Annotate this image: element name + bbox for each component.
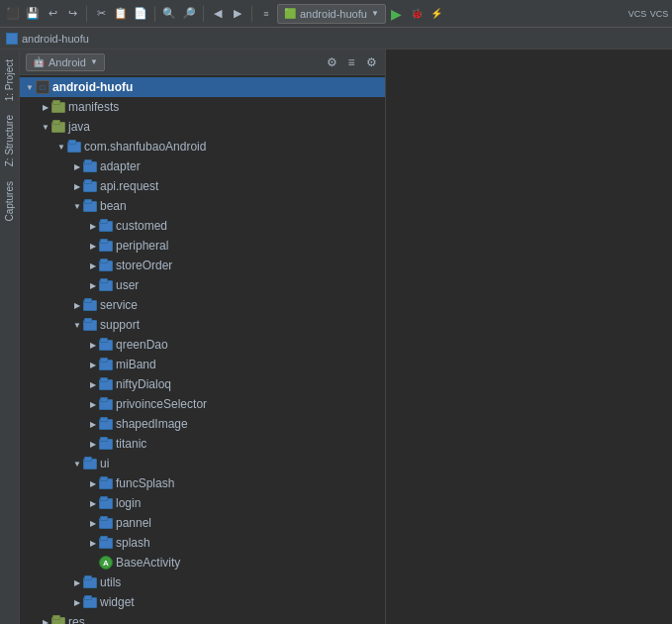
- arrow-icon: [87, 537, 99, 549]
- folder-icon: [51, 102, 65, 113]
- tree-item-service[interactable]: service: [20, 295, 385, 315]
- toolbar-icon-vcs2[interactable]: VCS: [650, 5, 668, 23]
- toolbar-icon-new[interactable]: ⬛: [4, 5, 22, 23]
- toolbar: ⬛ 💾 ↩ ↪ ✂ 📋 📄 🔍 🔎 ◀ ▶ ≡ 🟩 android-huofu …: [0, 0, 672, 28]
- main-layout: 1: Project Z: Structure Captures 🤖 Andro…: [0, 50, 672, 624]
- arrow-icon: [87, 497, 99, 509]
- tab-structure[interactable]: Z: Structure: [2, 109, 17, 172]
- tree-label: service: [100, 298, 138, 312]
- tree-label: customed: [116, 219, 167, 233]
- tree-item-utils[interactable]: utils: [20, 572, 385, 592]
- tree-label: splash: [116, 536, 150, 550]
- tree-item-bean[interactable]: bean: [20, 196, 385, 216]
- chevron-down-icon: ▼: [371, 9, 379, 18]
- project-folder-icon: [36, 80, 49, 94]
- tree-item-com-shanfubao[interactable]: com.shanfubaoAndroid: [20, 137, 385, 156]
- toolbar-icon-run-config[interactable]: ≡: [257, 5, 275, 23]
- tree-item-res[interactable]: res: [20, 612, 385, 624]
- run-config-dropdown[interactable]: 🟩 android-huofu ▼: [277, 4, 386, 24]
- run-button[interactable]: ▶: [388, 5, 406, 23]
- breadcrumb: android-huofu: [0, 28, 672, 50]
- folder-icon: [99, 241, 113, 252]
- toolbar-icon-search[interactable]: 🔍: [160, 5, 178, 23]
- tree-item-privoince[interactable]: privoinceSelector: [20, 394, 385, 414]
- tree-item-titanic[interactable]: titanic: [20, 434, 385, 454]
- tree-label: privoinceSelector: [116, 397, 207, 411]
- tree-item-user[interactable]: user: [20, 275, 385, 295]
- tree-item-login[interactable]: login: [20, 493, 385, 513]
- arrow-icon: [87, 359, 99, 370]
- tree-item-ui[interactable]: ui: [20, 454, 385, 473]
- tree-item-adapter[interactable]: adapter: [20, 156, 385, 176]
- coverage-button[interactable]: ⚡: [428, 5, 445, 23]
- dropdown-arrow-icon: ▼: [90, 57, 98, 66]
- view-type-dropdown[interactable]: 🤖 Android ▼: [26, 53, 105, 71]
- tree-item-baseactivity[interactable]: BaseActivity: [20, 553, 385, 572]
- debug-button[interactable]: 🐞: [408, 5, 426, 23]
- tree-item-niftydialog[interactable]: niftyDialoq: [20, 374, 385, 394]
- toolbar-icon-find[interactable]: 🔎: [180, 5, 198, 23]
- folder-icon: [99, 379, 113, 390]
- arrow-icon: [55, 141, 67, 153]
- arrow-icon: [87, 220, 99, 232]
- tree-item-support[interactable]: support: [20, 315, 385, 335]
- arrow-icon: [40, 101, 51, 113]
- tree-item-widget[interactable]: widget: [20, 592, 385, 612]
- breadcrumb-label: android-huofu: [22, 33, 89, 45]
- tree-item-splash[interactable]: splash: [20, 533, 385, 553]
- folder-icon: [99, 340, 113, 351]
- folder-icon: [99, 498, 113, 509]
- toolbar-icon-forward[interactable]: ▶: [229, 5, 246, 23]
- toolbar-separator-1: [86, 6, 87, 22]
- tree-label: android-huofu: [52, 80, 133, 94]
- panel-header-icons: ⚙ ≡ ⚙: [324, 54, 379, 70]
- tree-item-storeorder[interactable]: storeOrder: [20, 256, 385, 275]
- toolbar-icon-vcs1[interactable]: VCS: [628, 5, 646, 23]
- tree-label: java: [68, 120, 90, 134]
- package-folder-icon: [67, 142, 81, 153]
- tree-item-api-request[interactable]: api.request: [20, 176, 385, 196]
- toolbar-icon-copy[interactable]: 📋: [112, 5, 130, 23]
- tree-item-shapedimage[interactable]: shapedImage: [20, 414, 385, 434]
- toolbar-icon-cut[interactable]: ✂: [92, 5, 110, 23]
- folder-icon: [83, 577, 97, 588]
- arrow-icon: [87, 260, 99, 271]
- tree-item-customed[interactable]: customed: [20, 216, 385, 236]
- tree-item-miband[interactable]: miBand: [20, 355, 385, 374]
- tree-label: manifests: [68, 100, 119, 114]
- tree-label: storeOrder: [116, 259, 172, 272]
- tree-label: login: [116, 496, 141, 510]
- toolbar-icon-paste[interactable]: 📄: [132, 5, 149, 23]
- tree-item-manifests[interactable]: manifests: [20, 97, 385, 117]
- tree-item-funcsplash[interactable]: funcSplash: [20, 473, 385, 493]
- tree-label: pannel: [116, 516, 151, 530]
- panel-header: 🤖 Android ▼ ⚙ ≡ ⚙: [20, 50, 385, 75]
- tree-label: user: [116, 278, 139, 292]
- folder-icon: [99, 439, 113, 450]
- tree-label: widget: [100, 595, 135, 609]
- tree-item-java[interactable]: java: [20, 117, 385, 137]
- tree-label: shapedImage: [116, 417, 188, 431]
- tab-project[interactable]: 1: Project: [2, 53, 17, 107]
- tree-label: peripheral: [116, 239, 168, 253]
- tree-item-android-huofu[interactable]: android-huofu: [20, 77, 385, 97]
- panel-gear-icon[interactable]: ⚙: [324, 54, 339, 70]
- arrow-icon: [87, 418, 99, 430]
- tree-label: titanic: [116, 437, 146, 451]
- toolbar-icon-back[interactable]: ◀: [209, 5, 227, 23]
- tree-item-greendao[interactable]: qreenDao: [20, 335, 385, 355]
- panel-menu-icon[interactable]: ≡: [343, 54, 359, 70]
- tree-item-peripheral[interactable]: peripheral: [20, 236, 385, 256]
- tree-label: qreenDao: [116, 338, 168, 352]
- folder-icon: [83, 300, 97, 311]
- tab-captures[interactable]: Captures: [2, 175, 17, 228]
- folder-icon: [83, 181, 97, 192]
- folder-icon: [99, 221, 113, 232]
- folder-icon: [51, 617, 65, 625]
- toolbar-icon-redo[interactable]: ↪: [63, 5, 81, 23]
- toolbar-icon-save[interactable]: 💾: [24, 5, 42, 23]
- toolbar-icon-undo[interactable]: ↩: [44, 5, 61, 23]
- tree-item-pannel[interactable]: pannel: [20, 513, 385, 533]
- panel-settings-icon[interactable]: ⚙: [363, 54, 379, 70]
- folder-icon: [83, 459, 97, 469]
